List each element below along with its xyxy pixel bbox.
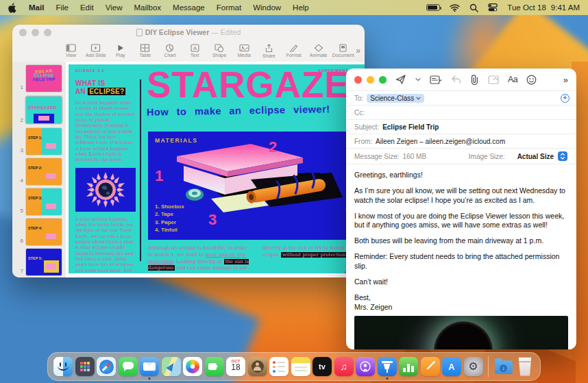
menu-clock[interactable]: Tue Oct 18 9:41 AM (507, 3, 580, 12)
slide-2-thumbnail-selected[interactable]: STARGAZER (26, 97, 62, 123)
dock-contacts-icon[interactable] (248, 357, 267, 376)
format-fonts-button[interactable]: Aa (508, 75, 517, 84)
message-size-label: Message Size: (354, 153, 400, 160)
body-paragraph: Reminder: Every student needs to bring t… (354, 252, 568, 271)
menu-mailbox[interactable]: Mailbox (134, 3, 161, 12)
menu-window[interactable]: Window (253, 3, 281, 12)
attach-button[interactable] (470, 75, 479, 85)
eclipse-photo-attachment[interactable] (354, 316, 568, 349)
dock-podcasts-icon[interactable] (356, 357, 375, 376)
insert-photo-button[interactable] (488, 75, 499, 84)
subject-field[interactable]: Subject: Eclipse Field Trip (346, 120, 576, 134)
dock-photos-icon[interactable] (183, 357, 202, 376)
menu-message[interactable]: Message (173, 3, 205, 12)
slide-thumb-row[interactable]: 2 STARGAZER (12, 95, 66, 125)
add-slide-button[interactable]: Add Slide (84, 44, 108, 58)
dock-tv-icon[interactable]: tv (313, 357, 332, 376)
toolbar-overflow-chevron[interactable]: » (563, 75, 568, 85)
dock-maps-icon[interactable] (162, 357, 181, 376)
slide-7-thumbnail[interactable]: STEP 5: (26, 249, 62, 275)
send-button[interactable] (395, 74, 406, 85)
battery-icon[interactable] (426, 4, 440, 11)
search-icon[interactable] (469, 3, 478, 12)
cc-field[interactable]: Cc: (346, 106, 576, 120)
emoji-button[interactable] (526, 75, 537, 85)
stargazer-subtitle: How to make an eclipse viewer! (147, 103, 365, 118)
dock-trash-icon[interactable] (515, 357, 535, 376)
svg-text:2: 2 (269, 138, 277, 156)
dock-facetime-icon[interactable] (205, 357, 224, 376)
slide-4-thumbnail[interactable]: STEP 2: (26, 158, 62, 185)
dock-downloads-icon[interactable]: ↓ (494, 357, 513, 376)
text-button[interactable]: AText (183, 44, 207, 58)
share-button[interactable]: Share (257, 44, 281, 58)
table-button[interactable]: Table (133, 44, 157, 58)
recipient-token[interactable]: Science-Class (367, 94, 424, 103)
dock-keynote-icon[interactable] (378, 357, 397, 376)
shape-button[interactable]: Shape (208, 44, 232, 58)
dock-reminders-icon[interactable] (269, 357, 289, 376)
slide-thumb-row[interactable]: 6 STEP 4: (12, 219, 66, 245)
apple-menu-icon[interactable] (8, 3, 17, 13)
menu-format[interactable]: Format (217, 3, 241, 12)
format-button[interactable]: Format (282, 44, 306, 58)
slide-5-thumbnail[interactable]: STEP 3: (26, 188, 62, 215)
dock-mail-icon[interactable] (140, 357, 159, 376)
dock-messages-icon[interactable] (119, 357, 138, 376)
dock-launchpad-icon[interactable] (75, 357, 95, 376)
dock-settings-icon[interactable]: ⚙ (464, 357, 483, 376)
menu-help[interactable]: Help (293, 3, 309, 12)
view-button[interactable]: View (59, 44, 83, 58)
slide-stargazer[interactable]: SCIENCE 4.2 EXPERIMENT #11 WHAT IS AN EC… (69, 64, 365, 273)
document-button[interactable]: Document (331, 44, 355, 58)
slide-main-column: STARGAZER How to make an eclipse viewer!… (147, 66, 365, 273)
dock-calendar-icon[interactable]: OCT18 (226, 357, 245, 376)
slide-3-thumbnail[interactable]: STEP 1: (26, 128, 62, 155)
dock-pages-icon[interactable] (421, 357, 440, 376)
chart-button[interactable]: Chart (158, 44, 182, 58)
slide-thumb-row[interactable]: 5 STEP 3: (12, 188, 66, 215)
menu-view[interactable]: View (106, 3, 123, 12)
to-field[interactable]: To: Science-Class + (346, 91, 576, 106)
reply-button[interactable] (451, 75, 461, 84)
mail-compose-window: Aa » To: Science-Class + Cc: Subject: Ec… (346, 69, 576, 349)
slide-6-thumbnail[interactable]: STEP 4: (26, 219, 62, 245)
image-size-select[interactable]: Actual Size (513, 151, 568, 162)
header-fields-button[interactable] (430, 75, 442, 84)
play-button[interactable]: Play (108, 44, 132, 58)
animate-button[interactable]: Animate (306, 44, 330, 58)
zoom-button[interactable] (379, 76, 387, 84)
mail-traffic-lights[interactable] (354, 76, 387, 84)
close-button[interactable] (354, 76, 362, 84)
keynote-titlebar[interactable]: DIY Eclipse Viewer — Edited (12, 25, 365, 40)
media-button[interactable]: Media (232, 44, 256, 58)
menu-app-name[interactable]: Mail (29, 3, 44, 12)
message-body[interactable]: Greetings, earthlings! As I’m sure you a… (346, 164, 576, 314)
cc-label: Cc: (354, 109, 365, 116)
stepper-icon (558, 151, 567, 161)
dock-safari-icon[interactable] (97, 357, 116, 376)
minimize-button[interactable] (367, 76, 374, 84)
wifi-icon[interactable] (450, 4, 460, 12)
eclipse-highlight: ECLIPSE? (88, 88, 125, 95)
dock-music-icon[interactable]: ♫ (334, 357, 354, 376)
slide-left-column: WHAT IS AN ECLIPSE? An eclipse happens w… (75, 79, 136, 273)
slide-thumb-row[interactable]: 3 STEP 1: (12, 128, 66, 155)
menu-edit[interactable]: Edit (80, 3, 94, 12)
dock-appstore-icon[interactable]: A (442, 357, 461, 376)
control-center-icon[interactable] (488, 3, 498, 12)
slide-thumb-row[interactable]: 4 STEP 2: (12, 158, 66, 185)
dock-numbers-icon[interactable] (399, 357, 418, 376)
dock-finder-icon[interactable] (53, 357, 73, 376)
slide-thumb-row[interactable]: 7 STEP 5: (12, 249, 66, 275)
from-field[interactable]: From: Aileen Zeigen – aileen.zeigen@iclo… (346, 134, 576, 149)
slide-1-thumbnail[interactable]: SOLAR ECLIPSE FIELD TRIP (26, 65, 62, 92)
dock-notes-icon[interactable] (291, 357, 310, 376)
add-recipient-button[interactable]: + (561, 94, 569, 103)
toolbar-overflow-chevron[interactable]: » (356, 46, 360, 55)
menu-file[interactable]: File (56, 3, 69, 12)
slide-thumb-row[interactable]: 1 SOLAR ECLIPSE FIELD TRIP (12, 65, 66, 92)
download-arrow-icon: ↓ (500, 365, 507, 372)
send-options-chevron[interactable] (415, 77, 421, 82)
gear-icon: ⚙ (468, 361, 478, 372)
